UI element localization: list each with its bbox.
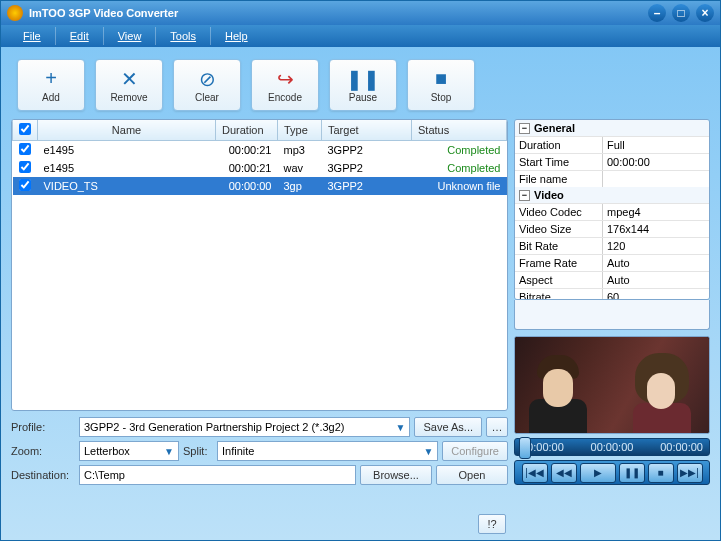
property-grid[interactable]: −GeneralDurationFullStart Time00:00:00Fi… [514,119,710,300]
remove-button[interactable]: ✕ Remove [95,59,163,111]
property-value[interactable]: Auto [603,272,709,288]
destination-input[interactable]: C:\Temp [79,465,356,485]
menu-file[interactable]: File [9,27,56,45]
file-table[interactable]: Name Duration Type Target Status e149500… [11,119,508,411]
property-value[interactable]: Auto [603,255,709,271]
zoom-select[interactable]: Letterbox ▼ [79,441,179,461]
close-button[interactable]: × [696,4,714,22]
row-checkbox[interactable] [19,161,31,173]
x-icon: ✕ [121,68,138,90]
player-controls: |◀◀ ◀◀ ▶ ❚❚ ■ ▶▶| [514,460,710,485]
profile-label: Profile: [11,421,75,433]
rewind-button[interactable]: ◀◀ [551,463,577,483]
collapse-icon: − [519,190,530,201]
property-row[interactable]: Bitrate Tolerance60 [515,288,709,300]
cell-duration: 00:00:21 [216,141,278,160]
property-row[interactable]: Video Codecmpeg4 [515,203,709,220]
col-type[interactable]: Type [278,120,322,141]
property-value[interactable]: 176x144 [603,221,709,237]
split-value: Infinite [222,445,254,457]
cell-name: VIDEO_TS [38,177,216,195]
group-label: General [534,122,575,134]
col-duration[interactable]: Duration [216,120,278,141]
property-row[interactable]: DurationFull [515,136,709,153]
help-button[interactable]: !? [478,514,506,534]
property-value[interactable]: Full [603,137,709,153]
video-preview[interactable] [514,336,710,435]
profile-more-button[interactable]: … [486,417,508,437]
preview-frame [515,337,709,434]
split-select[interactable]: Infinite ▼ [217,441,438,461]
property-value[interactable]: 120 [603,238,709,254]
split-label: Split: [183,445,213,457]
menu-view[interactable]: View [104,27,157,45]
property-row[interactable]: Start Time00:00:00 [515,153,709,170]
settings-form: Profile: 3GPP2 - 3rd Generation Partners… [11,417,508,485]
table-row[interactable]: e149500:00:21mp33GPP2Completed [13,141,507,160]
menu-edit[interactable]: Edit [56,27,104,45]
time-current: 00:00:00 [591,441,634,453]
save-as-button[interactable]: Save As... [414,417,482,437]
property-key: Duration [515,137,603,153]
profile-select[interactable]: 3GPP2 - 3rd Generation Partnership Proje… [79,417,410,437]
col-name[interactable]: Name [38,120,216,141]
property-key: File name [515,171,603,187]
plus-icon: + [45,68,57,90]
select-all-checkbox[interactable] [19,123,31,135]
property-value[interactable] [603,171,709,187]
property-row[interactable]: Video Size176x144 [515,220,709,237]
configure-button[interactable]: Configure [442,441,508,461]
menu-help[interactable]: Help [211,27,262,45]
menu-tools[interactable]: Tools [156,27,211,45]
minimize-button[interactable]: – [648,4,666,22]
property-row[interactable]: File name [515,170,709,187]
row-checkbox[interactable] [19,143,31,155]
property-group-general[interactable]: −General [515,120,709,136]
chevron-down-icon: ▼ [164,446,174,457]
clear-button[interactable]: ⊘ Clear [173,59,241,111]
col-status[interactable]: Status [412,120,507,141]
cell-target: 3GPP2 [322,177,412,195]
pause-label: Pause [349,92,377,103]
encode-button[interactable]: ↪ Encode [251,59,319,111]
next-button[interactable]: ▶▶| [677,463,703,483]
property-row[interactable]: Frame RateAuto [515,254,709,271]
property-key: Bitrate Tolerance [515,289,603,300]
clear-icon: ⊘ [199,68,216,90]
maximize-button[interactable]: □ [672,4,690,22]
stop-button[interactable]: ■ Stop [407,59,475,111]
property-key: Start Time [515,154,603,170]
encode-icon: ↪ [277,68,294,90]
cell-target: 3GPP2 [322,159,412,177]
row-checkbox[interactable] [19,179,31,191]
property-row[interactable]: AspectAuto [515,271,709,288]
cell-target: 3GPP2 [322,141,412,160]
table-row[interactable]: e149500:00:21wav3GPP2Completed [13,159,507,177]
property-group-video[interactable]: −Video [515,187,709,203]
timeline-knob[interactable] [519,437,531,459]
cell-name: e1495 [38,159,216,177]
pause-button[interactable]: ❚❚ Pause [329,59,397,111]
player-timeline[interactable]: 00:00:00 00:00:00 00:00:00 [514,438,710,456]
play-button[interactable]: ▶ [580,463,616,483]
player-stop-button[interactable]: ■ [648,463,674,483]
property-key: Aspect [515,272,603,288]
property-value[interactable]: mpeg4 [603,204,709,220]
browse-button[interactable]: Browse... [360,465,432,485]
property-value[interactable]: 60 [603,289,709,300]
property-row[interactable]: Bit Rate120 [515,237,709,254]
open-button[interactable]: Open [436,465,508,485]
add-button[interactable]: + Add [17,59,85,111]
table-row[interactable]: VIDEO_TS00:00:003gp3GPP2Unknown file [13,177,507,195]
property-value[interactable]: 00:00:00 [603,154,709,170]
property-key: Video Size [515,221,603,237]
destination-value: C:\Temp [84,469,125,481]
cell-type: wav [278,159,322,177]
col-target[interactable]: Target [322,120,412,141]
property-hint [514,300,710,330]
cell-status: Completed [412,141,507,160]
prev-button[interactable]: |◀◀ [522,463,548,483]
title-bar: ImTOO 3GP Video Converter – □ × [1,1,720,25]
player-pause-button[interactable]: ❚❚ [619,463,645,483]
app-logo-icon [7,5,23,21]
